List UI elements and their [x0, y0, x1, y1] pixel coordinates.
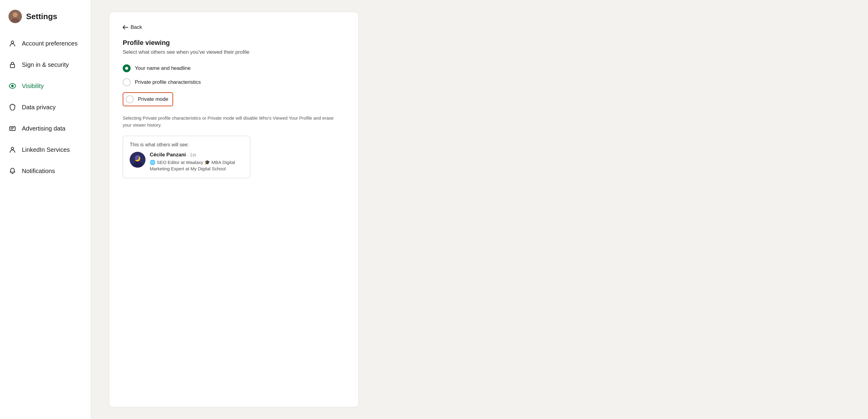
sidebar-item-label: Notifications — [22, 168, 55, 174]
svg-point-5 — [11, 85, 13, 87]
ad-icon — [8, 125, 17, 132]
shield-icon — [8, 103, 17, 111]
sidebar-item-account-preferences[interactable]: Account preferences — [0, 33, 91, 54]
radio-option-private-mode[interactable]: Private mode — [123, 92, 345, 106]
svg-point-7 — [11, 147, 14, 150]
sidebar-item-advertising-data[interactable]: Advertising data — [0, 118, 91, 139]
private-mode-wrapper[interactable]: Private mode — [123, 92, 173, 106]
sidebar-nav: Account preferences Sign in & security V… — [0, 33, 91, 182]
svg-text:🌙: 🌙 — [134, 156, 141, 162]
svg-rect-6 — [10, 127, 15, 131]
back-label: Back — [131, 24, 142, 30]
sidebar-item-label: Account preferences — [22, 40, 78, 47]
radio-label-private-mode: Private mode — [138, 96, 168, 102]
radio-group: Your name and headline Private profile c… — [123, 64, 345, 106]
radio-option-private-characteristics[interactable]: Private profile characteristics — [123, 78, 345, 86]
preview-name: Cécile Panzani · 1st — [150, 152, 243, 158]
eye-icon — [8, 82, 17, 90]
back-arrow-icon — [123, 25, 128, 29]
bell-icon — [8, 167, 17, 175]
content-card: Back Profile viewing Select what others … — [109, 12, 359, 407]
sidebar-header: Settings — [0, 10, 91, 33]
sidebar-item-visibility[interactable]: Visibility — [0, 75, 91, 97]
sidebar-item-linkedin-services[interactable]: LinkedIn Services — [0, 139, 91, 160]
radio-label-name-headline: Your name and headline — [135, 65, 191, 71]
radio-label-private-characteristics: Private profile characteristics — [135, 79, 201, 85]
back-link[interactable]: Back — [123, 24, 142, 30]
sidebar-item-label: LinkedIn Services — [22, 146, 70, 153]
preview-badge: · 1st — [187, 152, 196, 157]
lock-icon — [8, 61, 17, 69]
services-icon — [8, 146, 17, 154]
sidebar-item-sign-in-security[interactable]: Sign in & security — [0, 54, 91, 75]
sidebar-item-data-privacy[interactable]: Data privacy — [0, 97, 91, 118]
svg-rect-4 — [10, 64, 14, 68]
preview-profile: 🌙 Cécile Panzani · 1st 🌐 SEO Editor at W… — [130, 152, 243, 172]
preview-headline: 🌐 SEO Editor at Waalaxy 🎓 MBA Digital Ma… — [150, 159, 243, 172]
preview-avatar: 🌙 — [130, 152, 146, 168]
sidebar-item-notifications[interactable]: Notifications — [0, 160, 91, 182]
radio-option-name-headline[interactable]: Your name and headline — [123, 64, 345, 72]
svg-point-1 — [13, 12, 18, 17]
radio-circle-private-mode[interactable] — [126, 95, 134, 103]
preview-label: This is what others will see: — [130, 142, 243, 148]
sidebar-item-label: Advertising data — [22, 125, 65, 132]
sidebar: Settings Account preferences Sign in & s… — [0, 0, 91, 419]
section-subtitle: Select what others see when you've viewe… — [123, 49, 345, 55]
avatar — [8, 10, 22, 23]
radio-circle-name-headline[interactable] — [123, 64, 131, 72]
disclaimer-text: Selecting Private profile characteristic… — [123, 115, 335, 128]
person-icon — [8, 39, 17, 47]
sidebar-item-label: Data privacy — [22, 104, 56, 111]
sidebar-title: Settings — [26, 12, 57, 21]
preview-info: Cécile Panzani · 1st 🌐 SEO Editor at Waa… — [150, 152, 243, 172]
sidebar-item-label: Visibility — [22, 83, 44, 90]
preview-card: This is what others will see: 🌙 Cécile P… — [123, 136, 250, 178]
section-title: Profile viewing — [123, 39, 345, 47]
main-content: Back Profile viewing Select what others … — [91, 0, 868, 419]
sidebar-item-label: Sign in & security — [22, 61, 69, 68]
radio-circle-private-characteristics[interactable] — [123, 78, 131, 86]
svg-point-3 — [11, 41, 14, 43]
